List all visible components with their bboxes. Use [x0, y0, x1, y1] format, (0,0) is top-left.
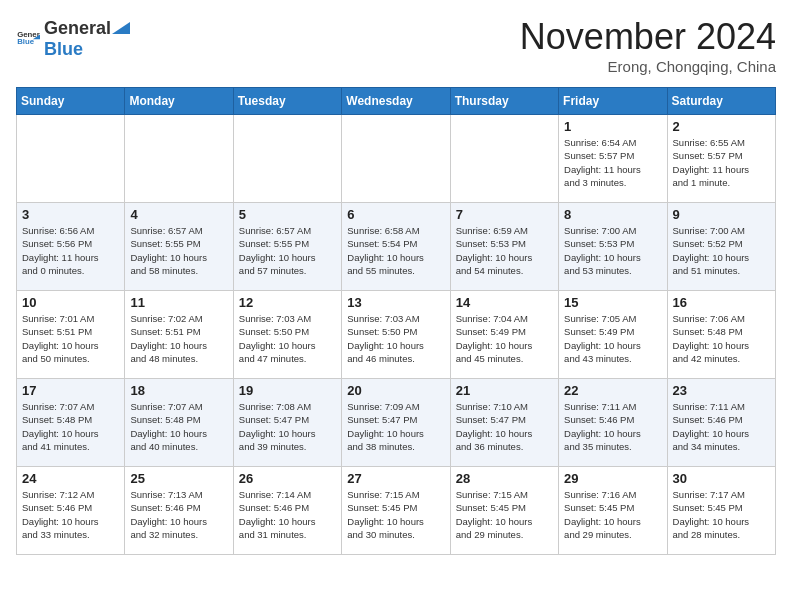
- calendar-week-1: 1Sunrise: 6:54 AM Sunset: 5:57 PM Daylig…: [17, 115, 776, 203]
- logo-triangle-icon: [112, 16, 130, 34]
- weekday-header-thursday: Thursday: [450, 88, 558, 115]
- calendar-cell: [233, 115, 341, 203]
- logo-text-general: General: [44, 18, 111, 39]
- day-info: Sunrise: 7:03 AM Sunset: 5:50 PM Dayligh…: [239, 312, 336, 365]
- day-number: 16: [673, 295, 770, 310]
- day-info: Sunrise: 7:17 AM Sunset: 5:45 PM Dayligh…: [673, 488, 770, 541]
- day-number: 19: [239, 383, 336, 398]
- day-info: Sunrise: 7:07 AM Sunset: 5:48 PM Dayligh…: [22, 400, 119, 453]
- calendar-body: 1Sunrise: 6:54 AM Sunset: 5:57 PM Daylig…: [17, 115, 776, 555]
- calendar-week-3: 10Sunrise: 7:01 AM Sunset: 5:51 PM Dayli…: [17, 291, 776, 379]
- day-number: 13: [347, 295, 444, 310]
- calendar-cell: 21Sunrise: 7:10 AM Sunset: 5:47 PM Dayli…: [450, 379, 558, 467]
- calendar-cell: 1Sunrise: 6:54 AM Sunset: 5:57 PM Daylig…: [559, 115, 667, 203]
- day-number: 14: [456, 295, 553, 310]
- calendar-cell: 8Sunrise: 7:00 AM Sunset: 5:53 PM Daylig…: [559, 203, 667, 291]
- day-number: 20: [347, 383, 444, 398]
- day-info: Sunrise: 6:59 AM Sunset: 5:53 PM Dayligh…: [456, 224, 553, 277]
- calendar-cell: 9Sunrise: 7:00 AM Sunset: 5:52 PM Daylig…: [667, 203, 775, 291]
- day-number: 5: [239, 207, 336, 222]
- calendar-cell: 14Sunrise: 7:04 AM Sunset: 5:49 PM Dayli…: [450, 291, 558, 379]
- day-info: Sunrise: 6:56 AM Sunset: 5:56 PM Dayligh…: [22, 224, 119, 277]
- calendar-cell: 30Sunrise: 7:17 AM Sunset: 5:45 PM Dayli…: [667, 467, 775, 555]
- logo-icon: General Blue: [16, 26, 40, 50]
- day-number: 4: [130, 207, 227, 222]
- day-number: 17: [22, 383, 119, 398]
- day-info: Sunrise: 6:54 AM Sunset: 5:57 PM Dayligh…: [564, 136, 661, 189]
- day-info: Sunrise: 7:15 AM Sunset: 5:45 PM Dayligh…: [456, 488, 553, 541]
- day-number: 27: [347, 471, 444, 486]
- day-info: Sunrise: 7:08 AM Sunset: 5:47 PM Dayligh…: [239, 400, 336, 453]
- title-block: November 2024 Erong, Chongqing, China: [520, 16, 776, 75]
- day-number: 7: [456, 207, 553, 222]
- calendar-header: SundayMondayTuesdayWednesdayThursdayFrid…: [17, 88, 776, 115]
- day-info: Sunrise: 7:07 AM Sunset: 5:48 PM Dayligh…: [130, 400, 227, 453]
- day-number: 21: [456, 383, 553, 398]
- day-info: Sunrise: 6:58 AM Sunset: 5:54 PM Dayligh…: [347, 224, 444, 277]
- day-number: 12: [239, 295, 336, 310]
- day-info: Sunrise: 7:05 AM Sunset: 5:49 PM Dayligh…: [564, 312, 661, 365]
- calendar-table: SundayMondayTuesdayWednesdayThursdayFrid…: [16, 87, 776, 555]
- day-number: 24: [22, 471, 119, 486]
- page-header: General Blue General Blue November 2024 …: [16, 16, 776, 75]
- calendar-cell: 3Sunrise: 6:56 AM Sunset: 5:56 PM Daylig…: [17, 203, 125, 291]
- calendar-cell: 28Sunrise: 7:15 AM Sunset: 5:45 PM Dayli…: [450, 467, 558, 555]
- day-info: Sunrise: 7:11 AM Sunset: 5:46 PM Dayligh…: [564, 400, 661, 453]
- calendar-cell: [450, 115, 558, 203]
- calendar-cell: 7Sunrise: 6:59 AM Sunset: 5:53 PM Daylig…: [450, 203, 558, 291]
- day-info: Sunrise: 7:06 AM Sunset: 5:48 PM Dayligh…: [673, 312, 770, 365]
- day-info: Sunrise: 7:15 AM Sunset: 5:45 PM Dayligh…: [347, 488, 444, 541]
- calendar-cell: 5Sunrise: 6:57 AM Sunset: 5:55 PM Daylig…: [233, 203, 341, 291]
- calendar-cell: 22Sunrise: 7:11 AM Sunset: 5:46 PM Dayli…: [559, 379, 667, 467]
- calendar-cell: 23Sunrise: 7:11 AM Sunset: 5:46 PM Dayli…: [667, 379, 775, 467]
- calendar-week-4: 17Sunrise: 7:07 AM Sunset: 5:48 PM Dayli…: [17, 379, 776, 467]
- day-info: Sunrise: 7:01 AM Sunset: 5:51 PM Dayligh…: [22, 312, 119, 365]
- day-info: Sunrise: 7:16 AM Sunset: 5:45 PM Dayligh…: [564, 488, 661, 541]
- day-number: 9: [673, 207, 770, 222]
- logo: General Blue General Blue: [16, 16, 131, 60]
- calendar-cell: 24Sunrise: 7:12 AM Sunset: 5:46 PM Dayli…: [17, 467, 125, 555]
- location: Erong, Chongqing, China: [520, 58, 776, 75]
- day-info: Sunrise: 7:12 AM Sunset: 5:46 PM Dayligh…: [22, 488, 119, 541]
- calendar-cell: 29Sunrise: 7:16 AM Sunset: 5:45 PM Dayli…: [559, 467, 667, 555]
- calendar-cell: 2Sunrise: 6:55 AM Sunset: 5:57 PM Daylig…: [667, 115, 775, 203]
- calendar-cell: 18Sunrise: 7:07 AM Sunset: 5:48 PM Dayli…: [125, 379, 233, 467]
- calendar-cell: 6Sunrise: 6:58 AM Sunset: 5:54 PM Daylig…: [342, 203, 450, 291]
- weekday-header-sunday: Sunday: [17, 88, 125, 115]
- day-info: Sunrise: 7:02 AM Sunset: 5:51 PM Dayligh…: [130, 312, 227, 365]
- day-info: Sunrise: 7:03 AM Sunset: 5:50 PM Dayligh…: [347, 312, 444, 365]
- day-number: 6: [347, 207, 444, 222]
- weekday-header-monday: Monday: [125, 88, 233, 115]
- calendar-cell: 10Sunrise: 7:01 AM Sunset: 5:51 PM Dayli…: [17, 291, 125, 379]
- day-info: Sunrise: 7:04 AM Sunset: 5:49 PM Dayligh…: [456, 312, 553, 365]
- svg-text:Blue: Blue: [17, 37, 35, 46]
- day-number: 28: [456, 471, 553, 486]
- day-number: 18: [130, 383, 227, 398]
- calendar-cell: 13Sunrise: 7:03 AM Sunset: 5:50 PM Dayli…: [342, 291, 450, 379]
- month-title: November 2024: [520, 16, 776, 58]
- day-number: 30: [673, 471, 770, 486]
- calendar-cell: 17Sunrise: 7:07 AM Sunset: 5:48 PM Dayli…: [17, 379, 125, 467]
- day-number: 22: [564, 383, 661, 398]
- day-number: 2: [673, 119, 770, 134]
- day-number: 11: [130, 295, 227, 310]
- day-number: 15: [564, 295, 661, 310]
- day-info: Sunrise: 6:55 AM Sunset: 5:57 PM Dayligh…: [673, 136, 770, 189]
- day-number: 29: [564, 471, 661, 486]
- weekday-header-tuesday: Tuesday: [233, 88, 341, 115]
- day-number: 10: [22, 295, 119, 310]
- calendar-cell: 11Sunrise: 7:02 AM Sunset: 5:51 PM Dayli…: [125, 291, 233, 379]
- weekday-header-row: SundayMondayTuesdayWednesdayThursdayFrid…: [17, 88, 776, 115]
- weekday-header-friday: Friday: [559, 88, 667, 115]
- calendar-cell: 27Sunrise: 7:15 AM Sunset: 5:45 PM Dayli…: [342, 467, 450, 555]
- day-info: Sunrise: 7:10 AM Sunset: 5:47 PM Dayligh…: [456, 400, 553, 453]
- calendar-cell: 19Sunrise: 7:08 AM Sunset: 5:47 PM Dayli…: [233, 379, 341, 467]
- calendar-week-2: 3Sunrise: 6:56 AM Sunset: 5:56 PM Daylig…: [17, 203, 776, 291]
- day-info: Sunrise: 7:09 AM Sunset: 5:47 PM Dayligh…: [347, 400, 444, 453]
- calendar-cell: [125, 115, 233, 203]
- weekday-header-saturday: Saturday: [667, 88, 775, 115]
- day-number: 8: [564, 207, 661, 222]
- day-info: Sunrise: 7:13 AM Sunset: 5:46 PM Dayligh…: [130, 488, 227, 541]
- day-info: Sunrise: 7:11 AM Sunset: 5:46 PM Dayligh…: [673, 400, 770, 453]
- calendar-cell: 4Sunrise: 6:57 AM Sunset: 5:55 PM Daylig…: [125, 203, 233, 291]
